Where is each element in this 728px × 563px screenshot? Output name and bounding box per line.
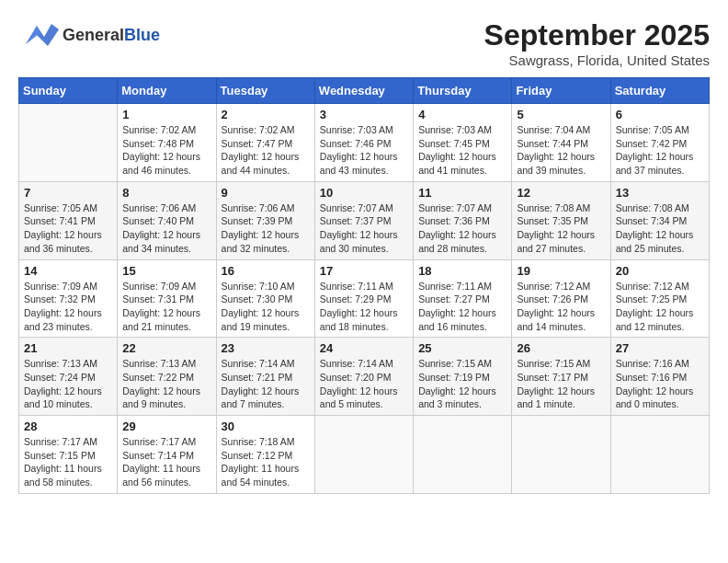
calendar-cell [610, 416, 709, 494]
day-info: Sunrise: 7:12 AMSunset: 7:26 PMDaylight:… [517, 280, 605, 334]
title-block: September 2025 Sawgrass, Florida, United… [484, 18, 710, 68]
day-number: 14 [24, 264, 112, 278]
day-info: Sunrise: 7:08 AMSunset: 7:35 PMDaylight:… [517, 201, 605, 256]
day-info: Sunrise: 7:14 AMSunset: 7:21 PMDaylight:… [222, 357, 310, 411]
day-number: 5 [517, 108, 605, 121]
day-number: 9 [222, 186, 310, 200]
day-number: 18 [418, 264, 506, 278]
calendar-cell [512, 416, 610, 494]
calendar-cell [314, 416, 413, 494]
day-info: Sunrise: 7:06 AMSunset: 7:40 PMDaylight:… [122, 201, 210, 256]
day-info: Sunrise: 7:17 AMSunset: 7:15 PMDaylight:… [24, 435, 112, 489]
day-info: Sunrise: 7:14 AMSunset: 7:20 PMDaylight:… [320, 357, 408, 411]
day-info: Sunrise: 7:07 AMSunset: 7:36 PMDaylight:… [418, 201, 506, 256]
day-info: Sunrise: 7:05 AMSunset: 7:41 PMDaylight:… [24, 201, 112, 256]
weekday-header-monday: Monday [118, 78, 216, 104]
calendar-cell: 4Sunrise: 7:03 AMSunset: 7:45 PMDaylight… [414, 104, 512, 182]
day-info: Sunrise: 7:18 AMSunset: 7:12 PMDaylight:… [222, 435, 310, 489]
weekday-header-friday: Friday [512, 78, 610, 104]
day-info: Sunrise: 7:10 AMSunset: 7:30 PMDaylight:… [222, 280, 310, 334]
day-info: Sunrise: 7:09 AMSunset: 7:31 PMDaylight:… [122, 280, 210, 334]
calendar-cell: 6Sunrise: 7:05 AMSunset: 7:42 PMDaylight… [610, 104, 709, 182]
calendar-week-1: 1Sunrise: 7:02 AMSunset: 7:48 PMDaylight… [19, 104, 710, 182]
day-number: 3 [320, 108, 408, 121]
day-number: 8 [122, 186, 210, 200]
calendar-table: SundayMondayTuesdayWednesdayThursdayFrid… [18, 77, 710, 494]
day-info: Sunrise: 7:13 AMSunset: 7:24 PMDaylight:… [24, 357, 112, 411]
calendar-cell: 3Sunrise: 7:03 AMSunset: 7:46 PMDaylight… [314, 104, 413, 182]
day-number: 20 [616, 264, 704, 278]
day-number: 24 [320, 341, 408, 355]
calendar-cell: 13Sunrise: 7:08 AMSunset: 7:34 PMDayligh… [610, 181, 709, 259]
calendar-cell: 27Sunrise: 7:16 AMSunset: 7:16 PMDayligh… [610, 338, 709, 416]
day-number: 22 [122, 341, 210, 355]
calendar-week-2: 7Sunrise: 7:05 AMSunset: 7:41 PMDaylight… [19, 181, 710, 259]
calendar-cell: 28Sunrise: 7:17 AMSunset: 7:15 PMDayligh… [19, 416, 118, 494]
day-number: 6 [616, 108, 704, 121]
calendar-cell: 20Sunrise: 7:12 AMSunset: 7:25 PMDayligh… [610, 259, 709, 338]
day-info: Sunrise: 7:03 AMSunset: 7:46 PMDaylight:… [320, 123, 408, 178]
calendar-cell: 14Sunrise: 7:09 AMSunset: 7:32 PMDayligh… [19, 259, 118, 338]
calendar-cell: 29Sunrise: 7:17 AMSunset: 7:14 PMDayligh… [118, 416, 216, 494]
day-info: Sunrise: 7:05 AMSunset: 7:42 PMDaylight:… [616, 123, 704, 178]
day-number: 26 [517, 341, 605, 355]
day-info: Sunrise: 7:12 AMSunset: 7:25 PMDaylight:… [616, 280, 704, 334]
calendar-cell: 2Sunrise: 7:02 AMSunset: 7:47 PMDaylight… [216, 104, 314, 182]
logo-general: General [63, 26, 124, 44]
day-number: 29 [122, 419, 210, 433]
logo-blue: Blue [124, 26, 160, 44]
calendar-cell: 19Sunrise: 7:12 AMSunset: 7:26 PMDayligh… [512, 259, 610, 338]
calendar-cell: 25Sunrise: 7:15 AMSunset: 7:19 PMDayligh… [414, 338, 512, 416]
day-number: 19 [517, 264, 605, 278]
day-number: 1 [122, 108, 210, 121]
day-number: 13 [616, 186, 704, 200]
calendar-week-3: 14Sunrise: 7:09 AMSunset: 7:32 PMDayligh… [19, 259, 710, 338]
day-info: Sunrise: 7:07 AMSunset: 7:37 PMDaylight:… [320, 201, 408, 256]
day-info: Sunrise: 7:03 AMSunset: 7:45 PMDaylight:… [418, 123, 506, 178]
logo-icon [18, 18, 59, 52]
calendar-cell: 18Sunrise: 7:11 AMSunset: 7:27 PMDayligh… [414, 259, 512, 338]
day-number: 12 [517, 186, 605, 200]
calendar-cell: 21Sunrise: 7:13 AMSunset: 7:24 PMDayligh… [19, 338, 118, 416]
day-info: Sunrise: 7:17 AMSunset: 7:14 PMDaylight:… [122, 435, 210, 489]
day-info: Sunrise: 7:09 AMSunset: 7:32 PMDaylight:… [24, 280, 112, 334]
calendar-subtitle: Sawgrass, Florida, United States [484, 52, 710, 68]
day-info: Sunrise: 7:11 AMSunset: 7:29 PMDaylight:… [320, 280, 408, 334]
day-info: Sunrise: 7:02 AMSunset: 7:47 PMDaylight:… [222, 123, 310, 178]
calendar-cell: 24Sunrise: 7:14 AMSunset: 7:20 PMDayligh… [314, 338, 413, 416]
weekday-header-saturday: Saturday [610, 78, 709, 104]
calendar-cell: 7Sunrise: 7:05 AMSunset: 7:41 PMDaylight… [19, 181, 118, 259]
day-number: 2 [222, 108, 310, 121]
day-info: Sunrise: 7:15 AMSunset: 7:17 PMDaylight:… [517, 357, 605, 411]
calendar-header: SundayMondayTuesdayWednesdayThursdayFrid… [19, 78, 710, 104]
calendar-week-4: 21Sunrise: 7:13 AMSunset: 7:24 PMDayligh… [19, 338, 710, 416]
day-info: Sunrise: 7:11 AMSunset: 7:27 PMDaylight:… [418, 280, 506, 334]
weekday-header-sunday: Sunday [19, 78, 118, 104]
calendar-cell: 8Sunrise: 7:06 AMSunset: 7:40 PMDaylight… [118, 181, 216, 259]
calendar-cell: 10Sunrise: 7:07 AMSunset: 7:37 PMDayligh… [314, 181, 413, 259]
calendar-cell: 23Sunrise: 7:14 AMSunset: 7:21 PMDayligh… [216, 338, 314, 416]
day-number: 17 [320, 264, 408, 278]
calendar-title: September 2025 [484, 18, 710, 52]
calendar-cell [414, 416, 512, 494]
calendar-cell: 1Sunrise: 7:02 AMSunset: 7:48 PMDaylight… [118, 104, 216, 182]
day-number: 30 [222, 419, 310, 433]
calendar-cell: 30Sunrise: 7:18 AMSunset: 7:12 PMDayligh… [216, 416, 314, 494]
day-number: 7 [24, 186, 112, 200]
day-info: Sunrise: 7:15 AMSunset: 7:19 PMDaylight:… [418, 357, 506, 411]
day-number: 27 [616, 341, 704, 355]
weekday-header-thursday: Thursday [414, 78, 512, 104]
calendar-cell: 15Sunrise: 7:09 AMSunset: 7:31 PMDayligh… [118, 259, 216, 338]
day-number: 4 [418, 108, 506, 121]
day-number: 11 [418, 186, 506, 200]
day-info: Sunrise: 7:13 AMSunset: 7:22 PMDaylight:… [122, 357, 210, 411]
calendar-cell: 16Sunrise: 7:10 AMSunset: 7:30 PMDayligh… [216, 259, 314, 338]
day-number: 10 [320, 186, 408, 200]
weekday-header-wednesday: Wednesday [314, 78, 413, 104]
calendar-cell [19, 104, 118, 182]
weekday-header-tuesday: Tuesday [216, 78, 314, 104]
svg-marker-1 [26, 24, 59, 46]
calendar-cell: 9Sunrise: 7:06 AMSunset: 7:39 PMDaylight… [216, 181, 314, 259]
calendar-cell: 12Sunrise: 7:08 AMSunset: 7:35 PMDayligh… [512, 181, 610, 259]
weekday-header-row: SundayMondayTuesdayWednesdayThursdayFrid… [19, 78, 710, 104]
